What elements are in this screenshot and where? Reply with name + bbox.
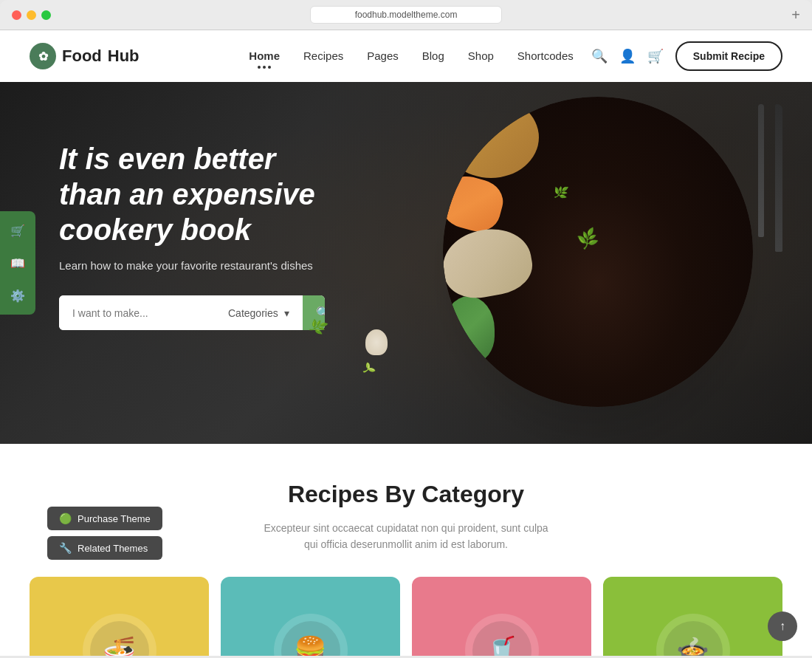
sidebar-settings-icon[interactable]: ⚙️ <box>7 285 28 306</box>
nav-link-home[interactable]: Home <box>249 49 280 62</box>
hero-title: It is even better than an expensive cook… <box>59 141 325 247</box>
logo-icon: ✿ <box>30 43 56 69</box>
nav-item-pages[interactable]: Pages <box>367 49 399 63</box>
nav-icons: 🔍 👤 🛒 <box>591 48 664 64</box>
search-bar: Categories ▾ 🔍 <box>59 295 325 330</box>
minimize-button[interactable] <box>27 10 36 20</box>
purchase-icon: 🟢 <box>59 513 72 524</box>
browser-titlebar: foodhub.modeltheme.com + <box>0 7 812 30</box>
floating-buttons: 🟢 Purchase Theme 🔧 Related Themes <box>47 507 162 560</box>
nav-link-pages[interactable]: Pages <box>367 49 399 62</box>
nav-menu: Home Recipes Pages Blog Shop Shortcodes <box>249 49 573 63</box>
nav-link-recipes[interactable]: Recipes <box>303 49 343 62</box>
recipes-section-subtitle: Excepteur sint occaecat cupidatat non qu… <box>258 520 554 553</box>
chicken-food <box>443 222 537 303</box>
recipes-section-title: Recipes By Category <box>30 481 782 508</box>
logo-food: Food <box>62 47 102 66</box>
hero-section: 🌿 🌿 🌱 🌿 It is even better than an expens… <box>0 82 812 444</box>
hero-content: It is even better than an expensive cook… <box>0 82 384 330</box>
card-food-1: 🍜 <box>83 614 156 656</box>
browser-chrome: foodhub.modeltheme.com + <box>0 0 812 30</box>
nav-item-home[interactable]: Home <box>249 49 280 63</box>
logo-hub: Hub <box>108 47 140 66</box>
card-food-inner-3: 🥤 <box>472 621 531 656</box>
address-bar[interactable]: foodhub.modeltheme.com <box>310 6 502 24</box>
scroll-top-button[interactable]: ↑ <box>768 611 797 641</box>
related-label: Related Themes <box>78 543 148 554</box>
card-food-inner-4: 🍲 <box>664 621 723 656</box>
logo[interactable]: ✿ FoodHub <box>30 43 140 69</box>
nav-link-shop[interactable]: Shop <box>468 49 494 62</box>
nav-link-shortcodes[interactable]: Shortcodes <box>517 49 574 62</box>
category-cards: 🍜 🍔 🥤 🍲 <box>30 577 782 656</box>
related-icon: 🔧 <box>59 542 72 554</box>
card-food-4: 🍲 <box>656 614 730 656</box>
search-input[interactable] <box>59 295 215 330</box>
submit-recipe-button[interactable]: Submit Recipe <box>675 41 782 71</box>
category-card-3[interactable]: 🥤 <box>412 577 591 656</box>
purchase-theme-button[interactable]: 🟢 Purchase Theme <box>47 507 162 530</box>
search-icon[interactable]: 🔍 <box>591 48 608 64</box>
new-tab-button[interactable]: + <box>791 7 800 22</box>
nav-item-blog[interactable]: Blog <box>422 49 444 63</box>
card-food-2: 🍔 <box>274 614 348 656</box>
categories-dropdown[interactable]: Categories ▾ <box>215 295 303 330</box>
garlic-decoration <box>365 329 388 355</box>
maximize-button[interactable] <box>41 10 51 20</box>
nav-active-indicator <box>258 66 271 69</box>
knife-icon <box>775 104 782 252</box>
hero-subtitle: Learn how to make your favorite restaura… <box>59 259 325 272</box>
related-themes-button[interactable]: 🔧 Related Themes <box>47 536 162 560</box>
user-icon[interactable]: 👤 <box>619 48 636 64</box>
food-bowl <box>443 97 753 407</box>
website: ✿ FoodHub Home Recipes Pages Blog Shop S… <box>0 30 812 656</box>
food-bowl-inner <box>443 97 753 407</box>
nav-item-recipes[interactable]: Recipes <box>303 49 343 63</box>
category-card-2[interactable]: 🍔 <box>221 577 400 656</box>
purchase-label: Purchase Theme <box>78 513 151 524</box>
categories-label: Categories <box>228 307 278 319</box>
url-text: foodhub.modeltheme.com <box>355 10 458 20</box>
nav-link-blog[interactable]: Blog <box>422 49 444 62</box>
chevron-down-icon: ▾ <box>284 307 289 319</box>
nav-item-shop[interactable]: Shop <box>468 49 494 63</box>
sidebar-book-icon[interactable]: 📖 <box>7 253 28 273</box>
carrots-food <box>443 171 508 236</box>
card-food-inner-2: 🍔 <box>281 621 340 656</box>
nav-item-shortcodes[interactable]: Shortcodes <box>517 49 574 63</box>
card-food-inner-1: 🍜 <box>90 621 149 656</box>
cart-icon[interactable]: 🛒 <box>647 48 664 64</box>
close-button[interactable] <box>12 10 21 20</box>
sidebar-icons: 🛒 📖 ⚙️ <box>0 211 35 315</box>
browser-buttons <box>12 10 51 20</box>
leaf-decoration-4: 🌿 <box>553 184 570 200</box>
card-food-3: 🥤 <box>465 614 539 656</box>
navbar: ✿ FoodHub Home Recipes Pages Blog Shop S… <box>0 30 812 82</box>
scroll-top-icon: ↑ <box>780 620 785 633</box>
category-card-4[interactable]: 🍲 <box>603 577 782 656</box>
sidebar-cart-icon[interactable]: 🛒 <box>7 220 28 241</box>
category-card-1[interactable]: 🍜 <box>30 577 209 656</box>
